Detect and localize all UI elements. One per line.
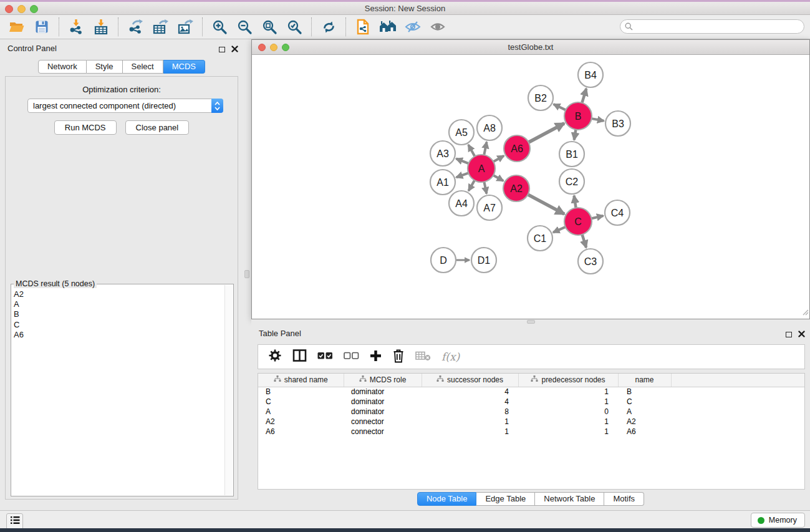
import-network-button[interactable] [65, 17, 87, 37]
save-session-button[interactable] [31, 17, 52, 37]
run-mcds-button[interactable]: Run MCDS [54, 120, 117, 135]
network-graph[interactable]: AA1A2A3A4A5A6A7A8BB1B2B3B4CC1C2C3C4DD1 [252, 55, 809, 319]
vertical-splitter[interactable] [243, 39, 251, 510]
column-header-predecessor-nodes[interactable]: predecessor nodes [518, 374, 618, 387]
table-settings-button[interactable] [268, 349, 282, 365]
tab-motifs[interactable]: Motifs [604, 492, 644, 506]
float-panel-icon[interactable] [786, 332, 792, 337]
import-table-button[interactable] [90, 17, 112, 37]
delete-table-button[interactable] [415, 351, 431, 364]
network-canvas[interactable]: AA1A2A3A4A5A6A7A8BB1B2B3B4CC1C2C3C4DD1 [252, 55, 809, 319]
table-row[interactable]: Adominator80A [258, 407, 804, 417]
window-resize-grip[interactable] [802, 307, 809, 318]
list-icon [10, 516, 20, 527]
float-panel-icon[interactable] [219, 47, 225, 52]
refresh-button[interactable] [318, 17, 339, 37]
result-item[interactable]: C [12, 320, 224, 330]
tab-edge-table[interactable]: Edge Table [476, 492, 535, 506]
import-table-icon [93, 19, 109, 35]
graph-node-label: C3 [584, 256, 597, 267]
export-table-button[interactable] [150, 17, 171, 37]
graph-edge-B-B1[interactable] [574, 130, 576, 140]
task-history-button[interactable] [6, 513, 23, 530]
graph-edge-A6-B[interactable] [529, 123, 564, 143]
graph-edge-C-C2[interactable] [574, 196, 576, 208]
column-header-successor-nodes[interactable]: successor nodes [422, 374, 518, 387]
table-row[interactable]: A6connector11A6 [258, 427, 804, 437]
graph-edge-A-A5[interactable] [468, 145, 475, 157]
hide-selected-button[interactable] [402, 17, 423, 37]
table-row[interactable]: Bdominator41B [258, 387, 804, 397]
export-image-button[interactable] [175, 17, 196, 37]
close-panel-icon[interactable] [798, 329, 805, 340]
graph-edge-A-A6[interactable] [493, 156, 504, 162]
memory-button[interactable]: Memory [751, 513, 805, 528]
graph-node-label: C2 [566, 177, 579, 187]
table-panel-title: Table Panel [259, 329, 301, 338]
plus-icon [370, 350, 382, 364]
graph-edge-C-C4[interactable] [592, 216, 604, 218]
tab-node-table[interactable]: Node Table [417, 492, 477, 506]
table-panel: Table Panel f(x) shared nameMCDS rolesuc… [251, 324, 810, 510]
show-all-button[interactable] [427, 17, 448, 37]
export-network-icon [127, 19, 143, 35]
graph-node-label: D [440, 255, 447, 266]
graph-edge-A-A3[interactable] [456, 158, 468, 163]
column-header-mcds-role[interactable]: MCDS role [344, 374, 422, 387]
delete-columns-button[interactable] [392, 349, 405, 365]
add-column-button[interactable] [370, 350, 382, 364]
graph-edge-A-A7[interactable] [484, 182, 486, 194]
table-row[interactable]: Cdominator41C [258, 397, 804, 407]
graph-edge-A2-C[interactable] [528, 195, 565, 214]
tab-select[interactable]: Select [123, 60, 163, 74]
column-header-name[interactable]: name [618, 374, 671, 387]
status-bar: Memory [0, 510, 810, 528]
trash-icon [392, 349, 405, 365]
splitter-grip[interactable] [244, 270, 249, 278]
column-layout-button[interactable] [292, 349, 307, 365]
close-panel-icon[interactable] [231, 44, 238, 55]
save-floppy-icon [34, 19, 49, 34]
graph-node-label: A [478, 163, 485, 174]
result-item[interactable]: A [12, 299, 224, 309]
tab-mcds[interactable]: MCDS [163, 60, 205, 74]
eye-icon [430, 20, 446, 34]
graph-edge-B-B3[interactable] [592, 118, 604, 121]
zoom-selected-button[interactable] [284, 17, 305, 37]
horizontal-splitter[interactable] [251, 319, 810, 324]
deselect-all-columns-button[interactable] [344, 351, 359, 362]
graph-edge-A-A4[interactable] [468, 180, 475, 191]
tab-style[interactable]: Style [87, 60, 123, 74]
zoom-in-button[interactable] [209, 17, 230, 37]
table-cell: A [258, 407, 344, 417]
close-panel-button[interactable]: Close panel [125, 120, 190, 135]
graph-edge-B-B4[interactable] [582, 89, 586, 103]
export-table-icon [152, 19, 168, 35]
table-row[interactable]: A2connector11A2 [258, 417, 804, 427]
column-header-shared-name[interactable]: shared name [258, 374, 344, 387]
result-scrollbar[interactable] [224, 285, 233, 495]
graph-edge-A-A1[interactable] [456, 173, 469, 177]
graph-edge-A-A8[interactable] [484, 142, 486, 155]
result-item[interactable]: A2 [12, 289, 224, 299]
function-builder-button[interactable]: f(x) [441, 351, 460, 363]
splitter-grip[interactable] [527, 320, 535, 324]
export-network-button[interactable] [125, 17, 146, 37]
tab-network[interactable]: Network [38, 60, 87, 74]
open-session-button[interactable] [6, 17, 27, 37]
first-neighbors-button[interactable] [377, 17, 398, 37]
new-network-from-selection-button[interactable] [352, 17, 374, 37]
tab-network-table[interactable]: Network Table [535, 492, 604, 506]
table-cell: 1 [518, 387, 618, 397]
zoom-out-button[interactable] [234, 17, 255, 37]
search-input[interactable] [620, 19, 804, 34]
result-item[interactable]: A6 [12, 330, 224, 340]
optimization-criterion-select[interactable]: largest connected component (directed) [27, 99, 223, 113]
result-item[interactable]: B [12, 309, 224, 319]
graph-edge-C-C3[interactable] [582, 235, 587, 248]
select-all-columns-button[interactable] [317, 351, 333, 362]
graph-edge-A-A2[interactable] [493, 175, 503, 181]
graph-edge-B-B2[interactable] [554, 104, 566, 110]
zoom-fit-button[interactable] [259, 17, 280, 37]
graph-edge-C-C1[interactable] [553, 227, 566, 233]
